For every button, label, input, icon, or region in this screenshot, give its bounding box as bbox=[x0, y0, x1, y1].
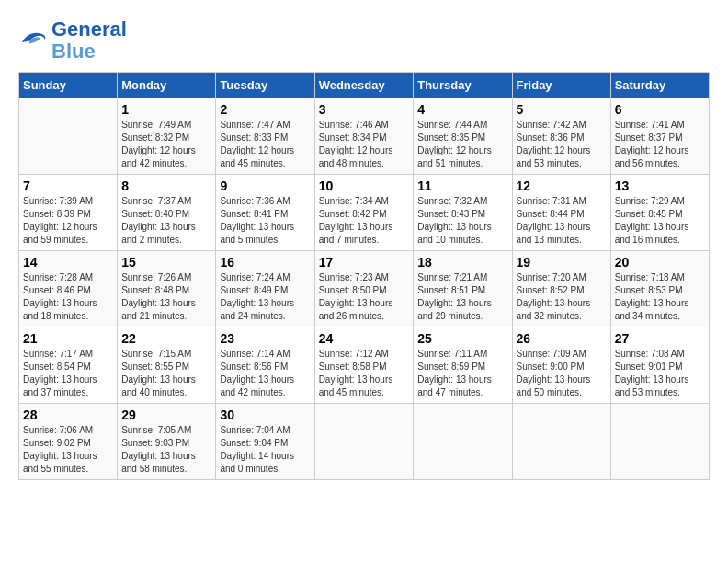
day-info: Sunrise: 7:46 AM Sunset: 8:34 PM Dayligh… bbox=[319, 119, 410, 170]
calendar-cell: 30Sunrise: 7:04 AM Sunset: 9:04 PM Dayli… bbox=[216, 404, 314, 480]
day-info: Sunrise: 7:42 AM Sunset: 8:36 PM Dayligh… bbox=[517, 119, 607, 170]
day-number: 24 bbox=[319, 331, 410, 346]
calendar-cell: 20Sunrise: 7:18 AM Sunset: 8:53 PM Dayli… bbox=[610, 251, 709, 327]
calendar-cell: 10Sunrise: 7:34 AM Sunset: 8:42 PM Dayli… bbox=[314, 175, 414, 251]
calendar-cell: 9Sunrise: 7:36 AM Sunset: 8:41 PM Daylig… bbox=[216, 175, 314, 251]
calendar-cell: 26Sunrise: 7:09 AM Sunset: 9:00 PM Dayli… bbox=[512, 327, 610, 404]
day-info: Sunrise: 7:32 AM Sunset: 8:43 PM Dayligh… bbox=[417, 195, 507, 247]
day-info: Sunrise: 7:14 AM Sunset: 8:56 PM Dayligh… bbox=[220, 348, 310, 399]
day-info: Sunrise: 7:12 AM Sunset: 8:58 PM Dayligh… bbox=[319, 348, 410, 399]
calendar-cell: 21Sunrise: 7:17 AM Sunset: 8:54 PM Dayli… bbox=[19, 327, 118, 404]
day-number: 15 bbox=[121, 255, 211, 270]
column-header-sunday: Sunday bbox=[19, 73, 118, 98]
day-number: 13 bbox=[615, 178, 705, 193]
day-info: Sunrise: 7:23 AM Sunset: 8:50 PM Dayligh… bbox=[319, 271, 410, 323]
day-number: 29 bbox=[121, 408, 211, 422]
calendar-cell: 24Sunrise: 7:12 AM Sunset: 8:58 PM Dayli… bbox=[314, 327, 414, 404]
day-number: 2 bbox=[220, 102, 310, 117]
calendar-cell: 13Sunrise: 7:29 AM Sunset: 8:45 PM Dayli… bbox=[610, 175, 709, 251]
column-header-saturday: Saturday bbox=[610, 73, 709, 98]
day-number: 9 bbox=[220, 178, 310, 193]
day-info: Sunrise: 7:21 AM Sunset: 8:51 PM Dayligh… bbox=[417, 271, 507, 323]
day-number: 23 bbox=[220, 331, 310, 346]
day-info: Sunrise: 7:28 AM Sunset: 8:46 PM Dayligh… bbox=[23, 271, 113, 323]
calendar-cell: 28Sunrise: 7:06 AM Sunset: 9:02 PM Dayli… bbox=[19, 404, 118, 480]
logo: GeneralBlue bbox=[18, 18, 127, 63]
day-number: 3 bbox=[319, 102, 410, 117]
calendar-cell: 15Sunrise: 7:26 AM Sunset: 8:48 PM Dayli… bbox=[118, 251, 216, 327]
calendar-table: SundayMondayTuesdayWednesdayThursdayFrid… bbox=[18, 72, 710, 480]
calendar-cell: 14Sunrise: 7:28 AM Sunset: 8:46 PM Dayli… bbox=[19, 251, 118, 327]
day-info: Sunrise: 7:26 AM Sunset: 8:48 PM Dayligh… bbox=[121, 271, 211, 323]
day-info: Sunrise: 7:31 AM Sunset: 8:44 PM Dayligh… bbox=[517, 195, 607, 247]
day-number: 30 bbox=[220, 408, 310, 422]
day-number: 20 bbox=[615, 255, 705, 270]
day-number: 10 bbox=[319, 178, 410, 193]
day-number: 6 bbox=[615, 102, 705, 117]
day-info: Sunrise: 7:15 AM Sunset: 8:55 PM Dayligh… bbox=[121, 348, 211, 399]
day-number: 18 bbox=[417, 255, 507, 270]
day-info: Sunrise: 7:39 AM Sunset: 8:39 PM Dayligh… bbox=[23, 195, 113, 247]
day-number: 19 bbox=[517, 255, 607, 270]
calendar-cell: 25Sunrise: 7:11 AM Sunset: 8:59 PM Dayli… bbox=[414, 327, 512, 404]
day-info: Sunrise: 7:05 AM Sunset: 9:03 PM Dayligh… bbox=[121, 424, 211, 476]
day-info: Sunrise: 7:20 AM Sunset: 8:52 PM Dayligh… bbox=[517, 271, 607, 323]
day-info: Sunrise: 7:47 AM Sunset: 8:33 PM Dayligh… bbox=[220, 119, 310, 170]
calendar-cell bbox=[610, 404, 709, 480]
column-header-monday: Monday bbox=[118, 73, 216, 98]
day-number: 28 bbox=[23, 408, 113, 422]
day-info: Sunrise: 7:09 AM Sunset: 9:00 PM Dayligh… bbox=[517, 348, 607, 399]
calendar-cell: 1Sunrise: 7:49 AM Sunset: 8:32 PM Daylig… bbox=[118, 98, 216, 175]
calendar-cell: 7Sunrise: 7:39 AM Sunset: 8:39 PM Daylig… bbox=[19, 175, 118, 251]
day-info: Sunrise: 7:17 AM Sunset: 8:54 PM Dayligh… bbox=[23, 348, 113, 399]
column-header-thursday: Thursday bbox=[414, 73, 512, 98]
page-header: GeneralBlue bbox=[18, 18, 710, 63]
calendar-cell: 18Sunrise: 7:21 AM Sunset: 8:51 PM Dayli… bbox=[414, 251, 512, 327]
calendar-cell: 3Sunrise: 7:46 AM Sunset: 8:34 PM Daylig… bbox=[314, 98, 414, 175]
day-number: 11 bbox=[417, 178, 507, 193]
day-info: Sunrise: 7:36 AM Sunset: 8:41 PM Dayligh… bbox=[220, 195, 310, 247]
calendar-cell: 2Sunrise: 7:47 AM Sunset: 8:33 PM Daylig… bbox=[216, 98, 314, 175]
day-number: 17 bbox=[319, 255, 410, 270]
day-info: Sunrise: 7:24 AM Sunset: 8:49 PM Dayligh… bbox=[220, 271, 310, 323]
day-info: Sunrise: 7:08 AM Sunset: 9:01 PM Dayligh… bbox=[615, 348, 705, 399]
day-info: Sunrise: 7:34 AM Sunset: 8:42 PM Dayligh… bbox=[319, 195, 410, 247]
day-info: Sunrise: 7:29 AM Sunset: 8:45 PM Dayligh… bbox=[615, 195, 705, 247]
calendar-cell: 22Sunrise: 7:15 AM Sunset: 8:55 PM Dayli… bbox=[118, 327, 216, 404]
calendar-cell: 5Sunrise: 7:42 AM Sunset: 8:36 PM Daylig… bbox=[512, 98, 610, 175]
calendar-cell: 4Sunrise: 7:44 AM Sunset: 8:35 PM Daylig… bbox=[414, 98, 512, 175]
calendar-cell bbox=[512, 404, 610, 480]
logo-text: GeneralBlue bbox=[51, 18, 127, 63]
day-number: 25 bbox=[417, 331, 507, 346]
day-number: 14 bbox=[23, 255, 113, 270]
column-header-friday: Friday bbox=[512, 73, 610, 98]
calendar-cell bbox=[414, 404, 512, 480]
day-info: Sunrise: 7:44 AM Sunset: 8:35 PM Dayligh… bbox=[417, 119, 507, 170]
day-info: Sunrise: 7:37 AM Sunset: 8:40 PM Dayligh… bbox=[121, 195, 211, 247]
logo-bird-icon bbox=[18, 28, 48, 53]
calendar-cell: 6Sunrise: 7:41 AM Sunset: 8:37 PM Daylig… bbox=[610, 98, 709, 175]
calendar-cell: 8Sunrise: 7:37 AM Sunset: 8:40 PM Daylig… bbox=[118, 175, 216, 251]
day-info: Sunrise: 7:49 AM Sunset: 8:32 PM Dayligh… bbox=[121, 119, 211, 170]
day-number: 12 bbox=[517, 178, 607, 193]
day-number: 8 bbox=[121, 178, 211, 193]
day-info: Sunrise: 7:04 AM Sunset: 9:04 PM Dayligh… bbox=[220, 424, 310, 476]
calendar-cell: 12Sunrise: 7:31 AM Sunset: 8:44 PM Dayli… bbox=[512, 175, 610, 251]
day-number: 1 bbox=[121, 102, 211, 117]
calendar-cell: 29Sunrise: 7:05 AM Sunset: 9:03 PM Dayli… bbox=[118, 404, 216, 480]
day-number: 22 bbox=[121, 331, 211, 346]
calendar-cell: 16Sunrise: 7:24 AM Sunset: 8:49 PM Dayli… bbox=[216, 251, 314, 327]
day-number: 26 bbox=[517, 331, 607, 346]
day-info: Sunrise: 7:06 AM Sunset: 9:02 PM Dayligh… bbox=[23, 424, 113, 476]
column-header-tuesday: Tuesday bbox=[216, 73, 314, 98]
day-number: 16 bbox=[220, 255, 310, 270]
calendar-cell: 19Sunrise: 7:20 AM Sunset: 8:52 PM Dayli… bbox=[512, 251, 610, 327]
calendar-cell: 23Sunrise: 7:14 AM Sunset: 8:56 PM Dayli… bbox=[216, 327, 314, 404]
calendar-cell bbox=[314, 404, 414, 480]
day-number: 4 bbox=[417, 102, 507, 117]
calendar-cell: 27Sunrise: 7:08 AM Sunset: 9:01 PM Dayli… bbox=[610, 327, 709, 404]
day-info: Sunrise: 7:11 AM Sunset: 8:59 PM Dayligh… bbox=[417, 348, 507, 399]
day-info: Sunrise: 7:18 AM Sunset: 8:53 PM Dayligh… bbox=[615, 271, 705, 323]
day-number: 21 bbox=[23, 331, 113, 346]
calendar-cell: 11Sunrise: 7:32 AM Sunset: 8:43 PM Dayli… bbox=[414, 175, 512, 251]
